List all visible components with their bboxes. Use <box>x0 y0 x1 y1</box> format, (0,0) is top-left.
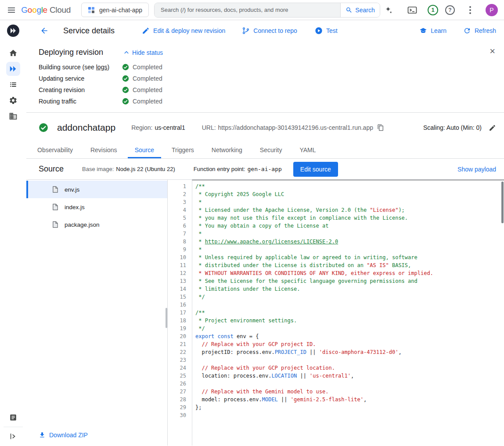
code-line: * http://www.apache.org/licenses/LICENSE… <box>195 238 504 246</box>
status-panel-title: Deploying revision <box>39 48 103 57</box>
code-line: // Replace with your GCP project locatio… <box>195 364 504 372</box>
line-number: 15 <box>168 293 192 301</box>
status-label: Routing traffic <box>39 98 122 105</box>
line-number: 23 <box>168 356 192 364</box>
file-icon <box>52 186 58 193</box>
tab-revisions[interactable]: Revisions <box>83 143 124 158</box>
tab-source[interactable]: Source <box>128 143 161 158</box>
test-button[interactable]: Test <box>315 27 338 35</box>
line-number: 19 <box>168 325 192 332</box>
tab-security[interactable]: Security <box>253 143 289 158</box>
status-label: Building source (see logs) <box>39 64 122 71</box>
line-number: 27 <box>168 388 192 396</box>
code-line: * <box>195 230 504 238</box>
region-label: Region: <box>131 124 152 131</box>
release-notes-button[interactable] <box>6 410 20 425</box>
service-region: Region: us-central1 <box>131 124 185 131</box>
status-value: Completed <box>122 98 162 105</box>
gemini-button[interactable] <box>380 2 397 18</box>
code-line: * distributed under the License is distr… <box>195 261 504 269</box>
nav-home-button[interactable] <box>6 46 20 60</box>
notification-count: 1 <box>431 7 434 13</box>
code-line <box>195 301 504 309</box>
code-line: location: process.env.LOCATION || 'us-ce… <box>195 372 504 380</box>
collapse-rail-button[interactable] <box>6 429 20 443</box>
cloud-shell-icon <box>407 6 417 14</box>
line-number: 29 <box>168 403 192 411</box>
page-title: Service details <box>63 26 115 36</box>
hamburger-menu-button[interactable] <box>4 2 19 18</box>
tab-yaml[interactable]: YAML <box>292 143 323 158</box>
copy-url-button[interactable] <box>377 124 384 131</box>
download-icon <box>39 432 46 439</box>
search-button[interactable]: Search <box>340 3 380 17</box>
nav-domain-button[interactable] <box>6 109 20 123</box>
connect-repo-label: Connect to repo <box>253 27 297 34</box>
file-item-package-json[interactable]: package.json <box>26 216 167 233</box>
cloud-shell-button[interactable] <box>404 2 421 18</box>
file-item-env-js[interactable]: env.js <box>26 181 167 198</box>
gear-icon <box>9 96 18 105</box>
status-label: Updating service <box>39 75 122 82</box>
account-avatar[interactable]: P <box>486 4 498 16</box>
line-number: 14 <box>168 285 192 293</box>
code-line: * <box>195 246 504 253</box>
list-icon <box>9 80 18 89</box>
base-image-value: Node.js 22 (Ubuntu 22) <box>116 166 175 172</box>
code-editor[interactable]: 1234567891011121314151617181920212223242… <box>168 180 504 446</box>
repo-icon <box>242 27 250 35</box>
refresh-button[interactable]: Refresh <box>463 27 496 35</box>
nav-list-button[interactable] <box>6 78 20 92</box>
tab-observability[interactable]: Observability <box>30 143 80 158</box>
logs-link[interactable]: logs <box>96 64 108 71</box>
status-row: Updating serviceCompleted <box>39 73 495 84</box>
file-item-index-js[interactable]: index.js <box>26 198 167 216</box>
nav-integrations-button[interactable] <box>6 93 20 107</box>
file-icon <box>52 221 58 228</box>
download-zip-button[interactable]: Download ZIP <box>39 432 88 439</box>
line-number: 22 <box>168 348 192 356</box>
source-heading: Source <box>39 164 64 174</box>
nav-cloud-run-button[interactable] <box>6 62 20 76</box>
hide-status-label: Hide status <box>132 49 163 56</box>
status-text: Completed <box>133 75 162 82</box>
help-button[interactable]: ? <box>445 5 455 15</box>
connect-repo-button[interactable]: Connect to repo <box>242 27 297 35</box>
google-cloud-logo: Google Cloud <box>21 5 71 15</box>
edit-pencil-icon <box>489 124 496 132</box>
code-line: * Copyright 2025 Google LLC <box>195 190 504 198</box>
line-number: 16 <box>168 301 192 309</box>
notifications-button[interactable]: 1 <box>428 5 438 15</box>
line-number: 25 <box>168 372 192 380</box>
gemini-sparkle-icon <box>384 6 393 14</box>
project-picker[interactable]: gen-ai-chat-app <box>81 3 149 17</box>
learn-button[interactable]: Learn <box>419 27 446 35</box>
logo-google-text: Google <box>21 5 47 15</box>
line-number: 24 <box>168 364 192 372</box>
tab-networking[interactable]: Networking <box>205 143 249 158</box>
edit-deploy-button[interactable]: Edit & deploy new revision <box>142 27 225 35</box>
status-value: Completed <box>122 75 162 82</box>
tab-triggers[interactable]: Triggers <box>165 143 201 158</box>
url-value[interactable]: https://addonchatapp-301439142196.us-cen… <box>218 124 373 131</box>
status-text: Completed <box>133 86 162 93</box>
line-number: 9 <box>168 246 192 253</box>
edit-scaling-button[interactable] <box>489 124 496 132</box>
learn-label: Learn <box>431 27 446 34</box>
editor-scrollbar[interactable] <box>501 182 504 223</box>
line-number: 10 <box>168 253 192 261</box>
search-input[interactable] <box>155 3 340 17</box>
back-button[interactable] <box>36 22 53 39</box>
line-number: 18 <box>168 317 192 325</box>
more-options-button[interactable] <box>462 2 479 18</box>
project-icon <box>88 7 95 14</box>
close-panel-button[interactable]: × <box>490 46 495 56</box>
edit-source-button[interactable]: Edit source <box>293 162 338 177</box>
file-panel-scrollbar[interactable] <box>166 308 167 328</box>
code-line: export const env = { <box>195 332 504 340</box>
code-line <box>195 380 504 388</box>
hide-status-button[interactable]: Hide status <box>123 49 163 56</box>
hamburger-icon <box>7 6 16 14</box>
show-payload-link[interactable]: Show payload <box>457 166 496 173</box>
refresh-label: Refresh <box>475 27 496 34</box>
